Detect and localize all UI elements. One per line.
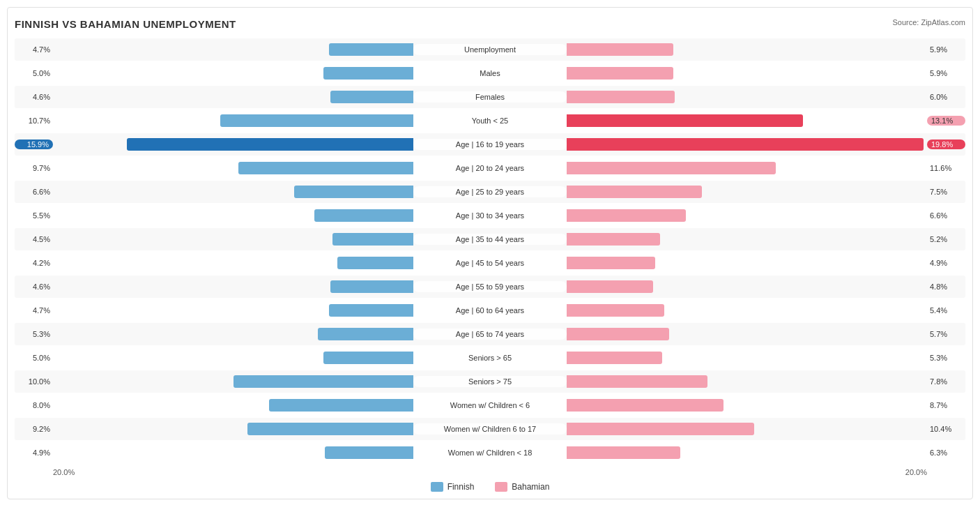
left-value: 10.7% [15,116,53,125]
left-bar-area [53,233,413,246]
left-bar-area [53,43,413,56]
center-label: Age | 60 to 64 years [413,305,567,316]
right-bar-area [567,186,927,198]
left-bar [238,162,413,174]
chart-row: 6.6%Age | 25 to 29 years7.5% [15,181,965,203]
right-value: 5.9% [927,45,965,54]
right-value: 5.3% [927,354,965,362]
left-bar [332,233,413,246]
chart-row: 5.3%Age | 65 to 74 years5.7% [15,323,965,345]
right-bar [567,233,660,246]
right-bar-area [567,43,927,56]
center-label: Age | 20 to 24 years [413,163,567,174]
right-value: 5.2% [927,235,965,243]
right-bar [567,423,754,435]
legend-color-finnish [431,482,443,492]
legend-item-bahamian: Bahamian [495,482,549,492]
center-label: Age | 65 to 74 years [413,329,567,340]
right-value: 4.8% [927,282,965,291]
chart-area: 4.7%Unemployment5.9%5.0%Males5.9%4.6%Fem… [15,38,965,464]
left-value: 4.6% [15,282,53,291]
left-bar [269,399,413,412]
right-bar [567,91,675,103]
center-label: Women w/ Children < 18 [413,447,567,458]
chart-row: 4.9%Women w/ Children < 186.3% [15,442,965,464]
left-bar-area [53,257,413,269]
left-bar-area [53,304,413,317]
center-label: Seniors > 65 [413,352,567,363]
center-label: Age | 30 to 34 years [413,210,567,221]
center-label: Males [413,68,567,79]
chart-title: FINNISH VS BAHAMIAN UNEMPLOYMENT [15,18,236,30]
center-label: Age | 55 to 59 years [413,281,567,292]
right-value: 6.6% [927,211,965,220]
left-value: 4.9% [15,448,53,457]
left-bar-area [53,138,413,151]
right-bar-area [567,114,927,127]
bottom-axis: 20.0% 20.0% [15,468,965,476]
axis-right: 20.0% [905,468,927,476]
axis-left: 20.0% [53,468,75,476]
left-bar-area [53,423,413,435]
left-value: 6.6% [15,188,53,196]
right-bar [567,43,673,56]
right-bar [567,162,776,174]
right-value: 7.5% [927,188,965,196]
right-bar [567,304,664,317]
center-label: Seniors > 75 [413,376,567,387]
right-value: 6.3% [927,448,965,457]
left-bar [337,257,413,269]
center-label: Women w/ Children < 6 [413,400,567,411]
right-bar-area [567,91,927,103]
left-bar-area [53,162,413,174]
chart-header: FINNISH VS BAHAMIAN UNEMPLOYMENT Source:… [15,18,965,30]
left-value: 9.2% [15,425,53,433]
chart-row: 4.6%Females6.0% [15,86,965,108]
right-bar-area [567,352,927,364]
left-value: 4.6% [15,93,53,101]
right-value: 6.0% [927,93,965,101]
right-bar-area [567,209,927,222]
left-bar [323,67,413,80]
chart-row: 9.7%Age | 20 to 24 years11.6% [15,157,965,179]
right-bar-area [567,446,927,459]
left-bar [318,328,413,340]
left-bar [314,209,413,222]
left-value: 5.0% [15,69,53,77]
center-label: Unemployment [413,44,567,55]
left-bar-area [53,328,413,340]
right-value: 19.8% [927,139,965,149]
left-bar [247,423,413,435]
center-label: Age | 35 to 44 years [413,234,567,245]
right-value: 7.8% [927,377,965,386]
chart-row: 4.5%Age | 35 to 44 years5.2% [15,228,965,250]
left-bar [330,280,413,293]
left-bar-area [53,186,413,198]
right-bar-area [567,67,927,80]
left-bar [127,138,413,151]
right-value: 5.9% [927,69,965,77]
center-label: Females [413,91,567,103]
right-value: 11.6% [927,164,965,172]
chart-row: 10.7%Youth < 2513.1% [15,110,965,132]
right-value: 13.1% [927,116,965,126]
left-bar [220,114,413,127]
chart-row: 5.0%Males5.9% [15,62,965,84]
legend-label-bahamian: Bahamian [512,482,549,492]
right-bar [567,209,686,222]
center-label: Age | 16 to 19 years [413,139,567,150]
right-bar [567,328,669,340]
left-bar-area [53,352,413,364]
right-bar [567,138,924,151]
right-value: 5.7% [927,330,965,338]
chart-row: 10.0%Seniors > 757.8% [15,370,965,393]
right-bar-area [567,328,927,340]
right-bar-area [567,233,927,246]
right-bar [567,399,723,412]
chart-row: 8.0%Women w/ Children < 68.7% [15,394,965,416]
right-bar-area [567,304,927,317]
chart-row: 9.2%Women w/ Children 6 to 1710.4% [15,418,965,440]
center-label: Age | 25 to 29 years [413,186,567,197]
left-bar [323,352,413,364]
right-bar-area [567,162,927,174]
